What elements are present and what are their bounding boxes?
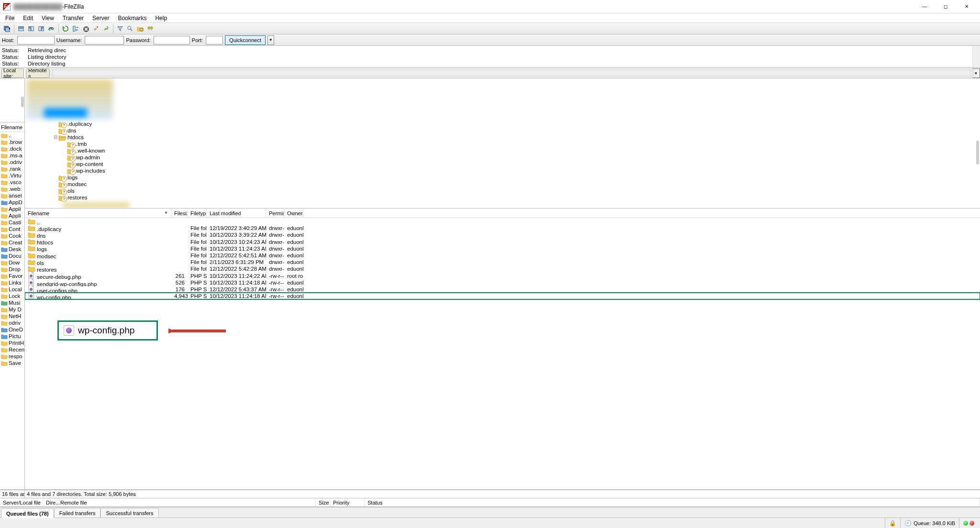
disconnect-button[interactable] [91,24,100,33]
queue-col-remote[interactable]: Remote file [57,498,316,506]
reconnect-button[interactable] [101,24,111,33]
table-row[interactable]: .duplicacyFile fol...12/19/2022 3:40:29 … [25,225,980,231]
queue-tab[interactable]: Failed transfers [54,508,101,517]
tree-node[interactable]: dns [27,127,978,134]
list-item[interactable]: .rank [0,165,24,172]
tree-node[interactable]: ⊟htdocs [27,134,978,141]
toggle-local-tree-button[interactable] [26,24,36,33]
local-file-list[interactable]: Filename ...brow.dock.ms-a.odriv.rank.Vi… [0,122,24,489]
tree-node[interactable]: .well-known [27,147,978,154]
refresh-button[interactable] [61,24,70,33]
tree-node[interactable]: .tmb [27,141,978,147]
process-queue-button[interactable] [71,24,80,33]
local-tree[interactable] [0,78,24,122]
toggle-queue-button[interactable] [46,24,56,33]
queue-col-serverlocal[interactable]: Server/Local file [0,498,43,506]
tree-node[interactable]: ols [27,187,978,194]
list-item[interactable]: Cook [0,232,24,239]
list-item[interactable]: Pictu [0,333,24,340]
list-item[interactable]: NetH [0,313,24,319]
filter-button[interactable] [115,24,125,33]
sync-browse-button[interactable] [135,24,145,33]
list-item[interactable]: Musi [0,299,24,306]
menu-file[interactable]: File [1,14,19,22]
list-item[interactable]: AppD [0,199,24,206]
remote-file-list[interactable]: Filename ▲ Filesize Filetype Last modifi… [25,209,980,489]
local-tree-scrollbar[interactable] [21,97,24,107]
list-item[interactable]: OneD [0,326,24,333]
remote-tree-scrollbar[interactable] [976,141,979,165]
statusbar-queue[interactable]: 🕘Queue: 348.0 KiB [900,518,959,528]
queue-tab[interactable]: Queued files (78) [1,508,54,518]
list-item[interactable]: Docu [0,253,24,259]
quickconnect-dropdown[interactable]: ▼ [267,35,274,45]
table-row[interactable]: wp-config.php4,943PHP S...10/12/2023 11:… [25,293,980,299]
list-item[interactable]: .dock [0,145,24,152]
tree-expando[interactable]: ⊟ [53,134,58,141]
menu-help[interactable]: Help [151,14,171,22]
list-item[interactable]: Links [0,279,24,286]
list-item[interactable]: Appli [0,206,24,212]
remote-tree[interactable]: .duplicacydns⊟htdocs.tmb.well-knownwp-ad… [25,78,980,209]
password-input[interactable] [154,36,190,44]
col-header-modified[interactable]: Last modified [207,209,266,218]
quickconnect-button[interactable]: Quickconnect [225,35,266,45]
tree-node[interactable]: modsec [27,181,978,187]
list-item[interactable]: .web: [0,186,24,192]
list-item[interactable]: .Virtu [0,172,24,179]
list-item[interactable]: .ms-a [0,152,24,159]
menu-edit[interactable]: Edit [19,14,37,22]
list-item[interactable]: Favor [0,273,24,279]
list-item[interactable]: Casti [0,219,24,226]
list-item[interactable]: Desk [0,246,24,253]
tree-node[interactable]: .duplicacy [27,121,978,127]
col-header-filetype[interactable]: Filetype [188,209,207,218]
queue-tab[interactable]: Successful transfers [100,508,158,517]
list-item[interactable]: Recen [0,346,24,353]
table-row[interactable]: .. [25,218,980,225]
toggle-log-button[interactable] [16,24,26,33]
site-manager-button[interactable]: ▾ [2,24,11,33]
col-header-filename[interactable]: Filename ▲ [25,209,171,218]
list-item[interactable]: PrintH [0,340,24,346]
log-scrollbar[interactable] [972,46,980,67]
list-item[interactable]: Dow [0,259,24,266]
list-item[interactable]: Save [0,360,24,366]
list-item[interactable]: Appli [0,212,24,219]
list-item[interactable]: Local [0,286,24,293]
remote-path-input[interactable] [51,68,972,78]
username-input[interactable] [85,36,124,44]
list-item[interactable]: Cont [0,226,24,232]
remote-path-dropdown[interactable]: ▼ [972,68,980,78]
tree-node[interactable]: logs [27,174,978,181]
menu-view[interactable]: View [37,14,58,22]
local-list-header-filename[interactable]: Filename [0,122,24,132]
close-button[interactable]: ✕ [956,0,977,13]
list-item[interactable]: respo [0,353,24,360]
port-input[interactable] [206,36,223,44]
queue-col-direction[interactable]: Dire... [43,498,57,506]
list-item[interactable]: .. [0,132,24,139]
list-item[interactable]: .brow [0,139,24,145]
toggle-remote-tree-button[interactable] [36,24,46,33]
table-row[interactable]: dnsFile fol...10/12/2023 3:39:22 AMdrwxr… [25,231,980,238]
tree-node[interactable]: wp-includes [27,167,978,174]
list-item[interactable]: odriv [0,319,24,326]
host-input[interactable] [17,36,55,44]
tree-node[interactable]: wp-content [27,161,978,167]
col-header-permissions[interactable]: Permis... [266,209,284,218]
remote-list-header[interactable]: Filename ▲ Filesize Filetype Last modifi… [25,209,980,218]
list-item[interactable]: .vsco [0,179,24,186]
col-header-owner[interactable]: Owner/... [284,209,303,218]
queue-header[interactable]: Server/Local file Dire... Remote file Si… [0,498,980,507]
compare-button[interactable] [125,24,135,33]
tree-node[interactable]: wp-admin [27,154,978,161]
minimize-button[interactable]: — [914,0,935,13]
menu-server[interactable]: Server [88,14,113,22]
cancel-button[interactable] [81,24,90,33]
list-item[interactable]: Lock [0,293,24,299]
list-item[interactable]: Drop [0,266,24,273]
table-row[interactable]: olsFile fol...2/11/2023 6:31:29 PMdrwxr-… [25,259,980,265]
col-header-filesize[interactable]: Filesize [171,209,188,218]
statusbar-lock[interactable]: 🔒 [885,518,900,528]
